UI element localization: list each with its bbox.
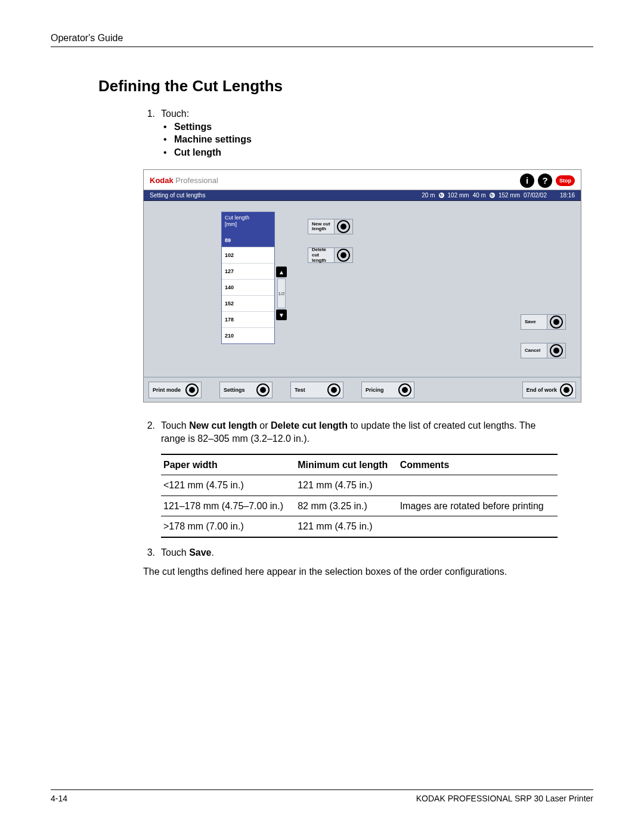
embedded-screenshot: Kodak Professional i ? Stop Setting of c… xyxy=(143,169,581,402)
save-label: Save xyxy=(521,315,547,329)
bottom-nav: Print mode Settings Test Pricing End of … xyxy=(144,377,581,402)
brand: Kodak Professional xyxy=(150,176,218,185)
nav-print-mode[interactable]: Print mode xyxy=(148,382,202,398)
nav-settings[interactable]: Settings xyxy=(219,382,273,398)
stop-button[interactable]: Stop xyxy=(556,175,575,186)
button-circle-icon xyxy=(337,249,350,262)
nav-test[interactable]: Test xyxy=(290,382,343,398)
table-cell: <121 mm (4.75 in.) xyxy=(161,475,295,496)
delete-cut-length-label: Delete cut length xyxy=(308,248,335,262)
button-circle-icon xyxy=(560,383,573,397)
list-row[interactable]: 102 xyxy=(222,247,274,263)
status-time: 18:16 xyxy=(560,192,575,199)
list-selected[interactable]: 89 xyxy=(222,234,274,247)
step1-number: 1. xyxy=(143,107,161,159)
list-row[interactable]: 140 xyxy=(222,279,274,295)
table-cell xyxy=(398,516,558,537)
new-cut-length-button[interactable]: New cut length xyxy=(308,219,353,234)
brand-grey: Professional xyxy=(174,176,218,185)
table-cell: >178 mm (7.00 in.) xyxy=(161,516,295,537)
scroll-up-icon[interactable]: ▲ xyxy=(276,267,287,277)
help-icon[interactable]: ? xyxy=(538,174,552,188)
th-min-cut: Minimum cut length xyxy=(295,454,397,475)
button-circle-icon xyxy=(337,220,350,233)
status-b2: 152 mm xyxy=(499,192,520,199)
th-paper-width: Paper width xyxy=(161,454,295,475)
status-a: 20 m xyxy=(422,192,435,199)
list-header-1: Cut length xyxy=(225,215,271,221)
list-header-2: [mm] xyxy=(225,221,271,228)
button-circle-icon xyxy=(550,344,563,357)
scroll-down-icon[interactable]: ▼ xyxy=(276,309,287,320)
page-indicator: 1/2 xyxy=(277,278,286,308)
th-comments: Comments xyxy=(398,454,558,475)
button-circle-icon xyxy=(550,315,563,329)
status-dot-icon: ↻ xyxy=(439,193,444,198)
status-b: 40 m xyxy=(473,192,486,199)
bullet-icon: • xyxy=(161,133,174,146)
titlebar-title: Setting of cut lengths xyxy=(150,192,205,199)
delete-cut-length-button[interactable]: Delete cut length xyxy=(308,247,353,263)
page-footer: 4-14 KODAK PROFESSIONAL SRP 30 Laser Pri… xyxy=(51,789,593,803)
new-cut-length-label: New cut length xyxy=(308,219,335,234)
nav-pricing[interactable]: Pricing xyxy=(361,382,414,398)
step1-bullet-1: Machine settings xyxy=(174,133,252,146)
cancel-label: Cancel xyxy=(521,343,547,358)
table-cell: 121 mm (4.75 in.) xyxy=(295,516,397,537)
button-circle-icon xyxy=(185,383,199,397)
table-cell: 121 mm (4.75 in.) xyxy=(295,475,397,496)
info-icon[interactable]: i xyxy=(520,174,534,188)
table-cell: Images are rotated before printing xyxy=(398,496,558,516)
step3-text: Touch Save. xyxy=(161,546,558,559)
step1-lead: Touch: xyxy=(161,107,558,120)
list-row[interactable]: 152 xyxy=(222,295,274,311)
cancel-button[interactable]: Cancel xyxy=(521,343,566,358)
cut-length-table: Paper width Minimum cut length Comments … xyxy=(161,454,558,538)
table-cell: 82 mm (3.25 in.) xyxy=(295,496,397,516)
list-row[interactable]: 178 xyxy=(222,311,274,327)
status-a2: 102 mm xyxy=(448,192,469,199)
nav-end-of-work[interactable]: End of work xyxy=(522,382,577,398)
step3-number: 3. xyxy=(143,546,161,559)
page-number: 4-14 xyxy=(51,794,67,803)
header-title: Operator's Guide xyxy=(51,33,123,43)
brand-red: Kodak xyxy=(150,176,174,185)
table-cell: 121–178 mm (4.75–7.00 in.) xyxy=(161,496,295,516)
status-dot-icon: ↻ xyxy=(490,193,495,198)
step1-bullet-2: Cut length xyxy=(174,146,221,159)
page-header: Operator's Guide xyxy=(51,33,593,47)
button-circle-icon xyxy=(256,383,270,397)
table-cell xyxy=(398,475,558,496)
list-row[interactable]: 127 xyxy=(222,263,274,279)
status-bar: 20 m ↻ 102 mm 40 m ↻ 152 mm 07/02/02 18:… xyxy=(422,192,575,199)
save-button[interactable]: Save xyxy=(521,314,566,330)
bullet-icon: • xyxy=(161,146,174,159)
step1-bullet-0: Settings xyxy=(174,120,212,134)
step2-number: 2. xyxy=(143,419,161,538)
section-title: Defining the Cut Lengths xyxy=(98,77,593,95)
button-circle-icon xyxy=(327,383,340,397)
status-date: 07/02/02 xyxy=(524,192,547,199)
closing-text: The cut lengths defined here appear in t… xyxy=(143,565,558,578)
bullet-icon: • xyxy=(161,120,174,134)
cut-length-list[interactable]: Cut length [mm] 89 102 127 140 152 178 2… xyxy=(221,212,275,344)
step2-text: Touch New cut length or Delete cut lengt… xyxy=(161,419,558,538)
list-row[interactable]: 210 xyxy=(222,327,274,343)
footer-product: KODAK PROFESSIONAL SRP 30 Laser Printer xyxy=(416,794,593,803)
button-circle-icon xyxy=(398,383,411,397)
